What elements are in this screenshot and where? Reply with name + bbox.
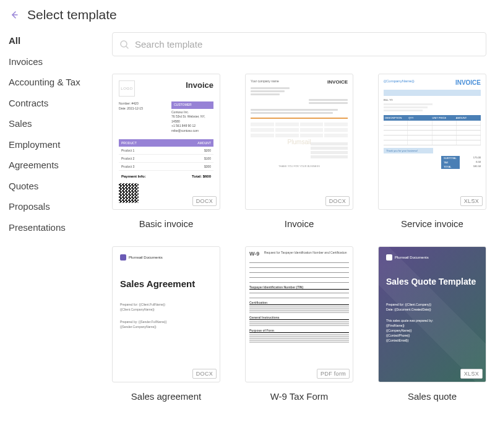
sidebar-item-all[interactable]: All [9, 35, 98, 47]
file-type-badge: XLSX [460, 369, 483, 379]
sidebar-item-quotes[interactable]: Quotes [9, 180, 98, 192]
template-title: Sales quote [408, 391, 457, 402]
template-thumbnail: Plumsail Documents Sales Agreement Prepa… [112, 246, 220, 382]
template-thumbnail: W-9 Request for Taxpayer Identification … [245, 246, 353, 382]
thumb-text: DESCRIPTION [385, 116, 408, 119]
sidebar-item-presentations[interactable]: Presentations [9, 222, 98, 234]
thumb-heading: W-9 [249, 251, 259, 257]
template-title: Basic invoice [139, 218, 194, 229]
thumb-text: Contoso Inc. [171, 110, 213, 115]
template-card-invoice[interactable]: Your company name INVOICE Plumsail [245, 74, 353, 229]
sidebar-item-employment[interactable]: Employment [9, 139, 98, 151]
sidebar-item-accounting-tax[interactable]: Accounting & Tax [9, 76, 98, 88]
template-title: Invoice [285, 218, 314, 229]
file-type-badge: XLSX [460, 196, 483, 206]
sidebar-item-invoices[interactable]: Invoices [9, 56, 98, 68]
thumb-text: Payment Info: [121, 174, 146, 178]
thumb-text: AMOUNT [197, 141, 211, 145]
back-arrow-icon[interactable] [9, 9, 20, 20]
thumb-text: Your company name [251, 79, 279, 85]
template-card-sales-quote[interactable]: Plumsail Documents Sales Quote Template … [378, 246, 486, 402]
page-title: Select template [27, 7, 117, 22]
brand-icon [120, 254, 126, 261]
category-sidebar: All Invoices Accounting & Tax Contracts … [9, 32, 98, 402]
template-thumbnail: Your company name INVOICE Plumsail [245, 74, 353, 210]
template-title: W-9 Tax Form [270, 391, 329, 402]
thumb-text: SUBTOTAL [441, 156, 460, 160]
sidebar-item-proposals[interactable]: Proposals [9, 200, 98, 213]
file-type-badge: PDF form [317, 369, 350, 379]
thumb-text: THANK YOU FOR YOUR BUSINESS [251, 165, 348, 168]
template-thumbnail: {{CompanyName}} INVOICE BILL TO DESCRIPT… [378, 74, 486, 210]
thumb-text: Taxpayer Identification Number (TIN) [249, 285, 349, 290]
thumb-text: Plumsail Documents [129, 256, 163, 259]
thumb-heading: INVOICE [327, 79, 348, 85]
thumb-heading: Sales Agreement [120, 279, 212, 290]
template-card-service-invoice[interactable]: {{CompanyName}} INVOICE BILL TO DESCRIPT… [378, 74, 486, 229]
thumb-text: QTY [408, 116, 432, 119]
thumb-text: +1 561 848 90 12 [171, 124, 213, 129]
thumb-text: CUSTOMER [171, 101, 213, 109]
thumb-text: BILL TO [384, 98, 481, 102]
template-thumbnail: Plumsail Documents Sales Quote Template … [378, 246, 486, 382]
qr-code-icon [119, 183, 139, 203]
template-thumbnail: LOGO Invoice Number: #420 Date: 2021-12-… [112, 74, 220, 210]
thumb-text: Product 2 [121, 157, 204, 160]
thumb-text: $100 [204, 157, 211, 160]
file-type-badge: DOCX [192, 196, 217, 206]
thumb-text: UNIT PRICE [433, 116, 456, 119]
thumb-heading: Sales Quote Template [386, 277, 478, 287]
sidebar-item-sales[interactable]: Sales [9, 118, 98, 130]
thumb-text: Prepared by: {{Sender.FullName}} {{Sende… [120, 319, 212, 329]
brand-icon [386, 254, 392, 261]
watermark: Plumsail [288, 139, 311, 145]
thumb-text: TOTAL [441, 165, 460, 169]
template-title: Service invoice [401, 218, 463, 229]
thumb-text: $300 [204, 165, 211, 168]
thumb-text: This sales quote was prepared by: {{Firs… [386, 318, 478, 343]
thumb-text: $200 [204, 149, 211, 152]
thumb-text: General Instructions [249, 316, 349, 320]
thumb-text: Prepared for: {{Client.FullName}} {{Clie… [120, 302, 212, 312]
logo-placeholder: LOGO [119, 80, 135, 97]
thumb-text: PRODUCT [121, 141, 197, 145]
thumb-text: Thank you for your business! [384, 148, 433, 153]
thumb-text: Purpose of Form [249, 329, 349, 333]
file-type-badge: DOCX [192, 369, 217, 379]
sidebar-item-contracts[interactable]: Contracts [9, 97, 98, 110]
search-input[interactable] [112, 32, 486, 56]
template-title: Sales agreement [131, 391, 201, 402]
thumb-heading: Invoice [186, 80, 213, 90]
thumb-text: Certification [249, 301, 349, 305]
thumb-text: Prepared for: {{Client.Company}} Date: {… [386, 302, 478, 312]
thumb-text: TAX [441, 160, 460, 165]
thumb-text: {{CompanyName}} [384, 79, 415, 86]
sidebar-item-agreements[interactable]: Agreements [9, 159, 98, 171]
thumb-text: Date: 2021-12-15 [119, 106, 143, 111]
thumb-text: Request for Taxpayer Identification Numb… [262, 251, 349, 257]
template-card-w9[interactable]: W-9 Request for Taxpayer Identification … [245, 246, 353, 402]
template-card-basic-invoice[interactable]: LOGO Invoice Number: #420 Date: 2021-12-… [112, 74, 220, 229]
thumb-text: 76 53rd St. Webster, NY, 14580 [171, 114, 213, 124]
thumb-text: Product 3 [121, 165, 204, 168]
search-icon [119, 40, 129, 50]
thumb-text: Product 1 [121, 149, 204, 152]
file-type-badge: DOCX [325, 196, 350, 206]
thumb-text: AMOUNT [456, 116, 480, 119]
thumb-heading: INVOICE [455, 79, 481, 86]
thumb-text: Plumsail Documents [395, 256, 429, 259]
thumb-text: Total: $600 [192, 174, 211, 178]
template-card-sales-agreement[interactable]: Plumsail Documents Sales Agreement Prepa… [112, 246, 220, 402]
thumb-text: mike@contoso.com [171, 129, 213, 134]
thumb-text: Number: #420 [119, 101, 143, 106]
